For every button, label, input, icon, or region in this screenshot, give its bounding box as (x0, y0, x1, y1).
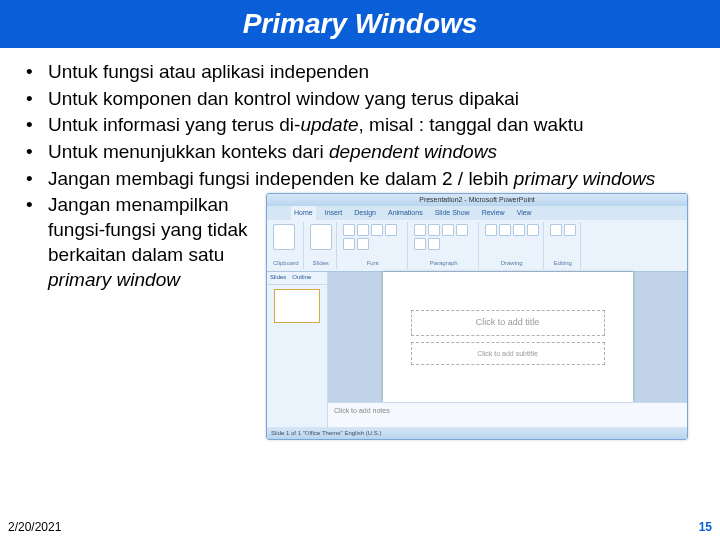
title-placeholder: Click to add title (411, 310, 605, 336)
subtitle-placeholder: Click to add subtitle (411, 342, 605, 365)
ribbon-label: Font (343, 260, 403, 268)
slide-panel: Slides Outline (267, 272, 328, 427)
bullet-text: Untuk informasi yang terus di- (48, 114, 300, 135)
list-item: Untuk fungsi atau aplikasi independen (40, 60, 710, 85)
shape-icon (527, 224, 539, 236)
slide-footer: 2/20/2021 15 (0, 520, 720, 534)
new-slide-icon (310, 224, 332, 250)
para-icon (414, 224, 426, 236)
list-item: Jangan menampilkan fungsi-fungsi yang ti… (40, 193, 710, 440)
tab-view: View (514, 206, 535, 219)
ribbon-group: Editing (546, 222, 581, 270)
ribbon-tabs: Home Insert Design Animations Slide Show… (267, 206, 687, 219)
list-item: Untuk komponen dan kontrol window yang t… (40, 87, 710, 112)
ribbon-group: Paragraph (410, 222, 479, 270)
tab-slides: Slides (267, 272, 289, 284)
bullet-text-italic: dependent windows (329, 141, 497, 162)
ribbon: Clipboard Slides Font Paragraph (267, 220, 687, 273)
status-bar: Slide 1 of 1 "Office Theme" English (U.S… (267, 427, 687, 439)
para-icon (414, 238, 426, 250)
tab-review: Review (479, 206, 508, 219)
ribbon-group: Drawing (481, 222, 544, 270)
ribbon-label: Editing (550, 260, 576, 268)
slide-editor: Click to add title Click to add subtitle… (328, 272, 687, 427)
powerpoint-screenshot: Presentation2 - Microsoft PowerPoint Hom… (266, 193, 688, 440)
para-icon (456, 224, 468, 236)
font-icon (343, 224, 355, 236)
slide-canvas: Click to add title Click to add subtitle (383, 272, 633, 402)
ribbon-label: Drawing (485, 260, 539, 268)
replace-icon (564, 224, 576, 236)
shape-icon (513, 224, 525, 236)
para-icon (428, 224, 440, 236)
ribbon-label: Clipboard (273, 260, 299, 268)
para-icon (442, 224, 454, 236)
footer-page-number: 15 (699, 520, 712, 534)
slide-canvas-area: Click to add title Click to add subtitle (328, 272, 687, 402)
tab-outline: Outline (289, 272, 314, 284)
bullet-text: , misal : tanggal dan waktu (359, 114, 584, 135)
tab-insert: Insert (322, 206, 346, 219)
font-icon (343, 238, 355, 250)
font-icon (371, 224, 383, 236)
slide-thumbnail (274, 289, 320, 323)
tab-design: Design (351, 206, 379, 219)
tab-animations: Animations (385, 206, 426, 219)
ppt-titlebar: Presentation2 - Microsoft PowerPoint (267, 194, 687, 206)
bullet-list: Untuk fungsi atau aplikasi independen Un… (10, 60, 710, 440)
notes-pane: Click to add notes (328, 402, 687, 427)
font-icon (357, 238, 369, 250)
ribbon-group: Font (339, 222, 408, 270)
ribbon-label: Slides (310, 260, 332, 268)
list-item: Untuk menunjukkan konteks dari dependent… (40, 140, 710, 165)
bullet-text: Untuk fungsi atau aplikasi independen (48, 61, 369, 82)
bullet-text: Jangan menampilkan fungsi-fungsi yang ti… (48, 194, 248, 264)
list-item: Jangan membagi fungsi independen ke dala… (40, 167, 710, 192)
font-icon (357, 224, 369, 236)
ribbon-label: Paragraph (414, 260, 474, 268)
bullet-text: Untuk komponen dan kontrol window yang t… (48, 88, 519, 109)
slide-header: Primary Windows (0, 0, 720, 48)
bullet-text-italic: update (300, 114, 358, 135)
shape-icon (485, 224, 497, 236)
bullet-text: Jangan membagi fungsi independen ke dala… (48, 168, 514, 189)
list-item: Untuk informasi yang terus di-update, mi… (40, 113, 710, 138)
tab-slideshow: Slide Show (432, 206, 473, 219)
ribbon-group: Clipboard (269, 222, 304, 270)
ribbon-group: Slides (306, 222, 337, 270)
bullet-text-italic: primary windows (514, 168, 655, 189)
shape-icon (499, 224, 511, 236)
find-icon (550, 224, 562, 236)
slide-content: Untuk fungsi atau aplikasi independen Un… (0, 48, 720, 440)
paste-icon (273, 224, 295, 250)
para-icon (428, 238, 440, 250)
sidebar-tabs: Slides Outline (267, 272, 327, 285)
font-icon (385, 224, 397, 236)
slide-title: Primary Windows (243, 8, 478, 40)
tab-home: Home (291, 206, 316, 219)
ppt-body: Slides Outline Click to add title Click … (267, 272, 687, 427)
footer-date: 2/20/2021 (8, 520, 61, 534)
bullet-text: Untuk menunjukkan konteks dari (48, 141, 329, 162)
bullet-text-italic: primary window (48, 269, 180, 290)
